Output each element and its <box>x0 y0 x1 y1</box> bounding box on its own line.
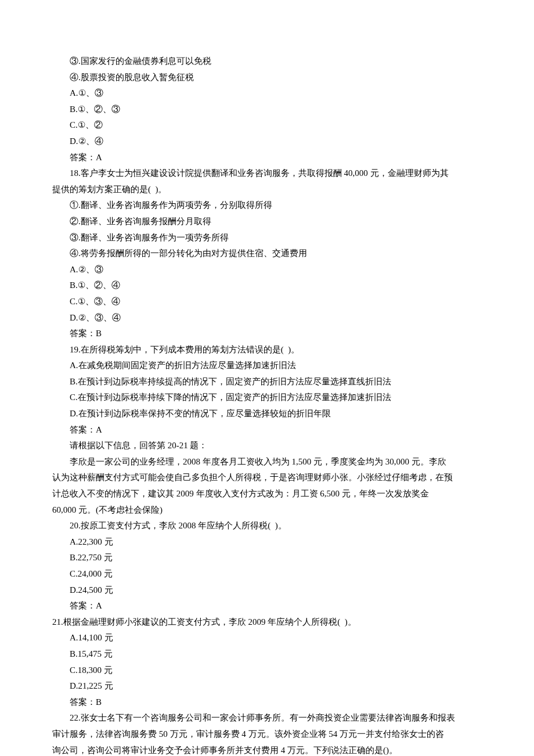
text-line: A.14,100 元 <box>52 630 482 646</box>
text-line: C.24,000 元 <box>52 566 482 582</box>
text-line: C.①、③、④ <box>52 294 482 310</box>
text-line: 60,000 元。(不考虑社会保险) <box>52 502 482 519</box>
text-line: 答案：A <box>52 598 482 614</box>
text-line: 答案：B <box>52 694 482 711</box>
text-line: C.①、② <box>52 117 482 134</box>
text-line: A.②、③ <box>52 262 482 278</box>
text-line: A.22,300 元 <box>52 534 482 550</box>
text-line: 李欣是一家公司的业务经理，2008 年度各月工资收入均为 1,500 元，季度奖… <box>52 454 482 470</box>
text-line: 18.客户李女士为恒兴建设设计院提供翻译和业务咨询服务，共取得报酬 40,000… <box>52 165 482 182</box>
text-line: 22.张女士名下有一个咨询服务公司和一家会计师事务所。有一外商投资企业需要法律咨… <box>52 710 482 726</box>
text-line: 询公司，咨询公司将审计业务交予会计师事务所并支付费用 4 万元。下列说法正确的是… <box>52 743 482 756</box>
text-line: 答案：A <box>52 422 482 438</box>
text-line: D.②、④ <box>52 134 482 150</box>
text-line: B.①、②、④ <box>52 278 482 294</box>
text-line: 答案：A <box>52 150 482 166</box>
text-line: ③.翻译、业务咨询服务作为一项劳务所得 <box>52 230 482 246</box>
text-line: 答案：B <box>52 326 482 342</box>
text-line: ①.翻译、业务咨询服务作为两项劳务，分别取得所得 <box>52 197 482 214</box>
text-line: 19.在所得税筹划中，下列成本费用的筹划方法错误的是( )。 <box>52 342 482 358</box>
text-line: D.24,500 元 <box>52 582 482 599</box>
text-line: D.②、③、④ <box>52 310 482 326</box>
document-page: ③.国家发行的金融债券利息可以免税④.股票投资的股息收入暂免征税A.①、③B.①… <box>0 0 534 756</box>
text-line: 认为这种薪酬支付方式可能会使自己多负担个人所得税，于是咨询理财师小张。小张经过仔… <box>52 470 482 486</box>
text-line: B.22,750 元 <box>52 550 482 566</box>
text-line: ③.国家发行的金融债券利息可以免税 <box>52 53 482 70</box>
text-line: 请根据以下信息，回答第 20-21 题： <box>52 438 482 454</box>
text-line: B.15,475 元 <box>52 646 482 663</box>
text-line: ④.将劳务报酬所得的一部分转化为由对方提供住宿、交通费用 <box>52 246 482 262</box>
text-line: B.在预计到边际税率持续提高的情况下，固定资产的折旧方法应尽量选择直线折旧法 <box>52 374 482 390</box>
text-line: ②.翻译、业务咨询服务报酬分月取得 <box>52 214 482 230</box>
text-line: D.在预计到边际税率保持不变的情况下，应尽量选择较短的折旧年限 <box>52 406 482 422</box>
text-line: 审计服务，法律咨询服务费 50 万元，审计服务费 4 万元。该外资企业将 54 … <box>52 726 482 743</box>
text-line: B.①、②、③ <box>52 102 482 118</box>
text-line: ④.股票投资的股息收入暂免征税 <box>52 70 482 86</box>
text-line: 21.根据金融理财师小张建议的工资支付方式，李欣 2009 年应纳个人所得税( … <box>52 614 482 631</box>
text-line: 提供的筹划方案正确的是( )。 <box>52 182 482 198</box>
text-line: 20.按原工资支付方式，李欣 2008 年应纳个人所得税( )。 <box>52 518 482 534</box>
text-line: C.在预计到边际税率持续下降的情况下，固定资产的折旧方法应尽量选择加速折旧法 <box>52 390 482 406</box>
text-line: A.①、③ <box>52 85 482 102</box>
text-line: C.18,300 元 <box>52 663 482 679</box>
text-line: 计总收入不变的情况下，建议其 2009 年度收入支付方式改为：月工资 6,500… <box>52 486 482 502</box>
text-line: A.在减免税期间固定资产的折旧方法应尽量选择加速折旧法 <box>52 358 482 374</box>
text-line: D.21,225 元 <box>52 678 482 694</box>
